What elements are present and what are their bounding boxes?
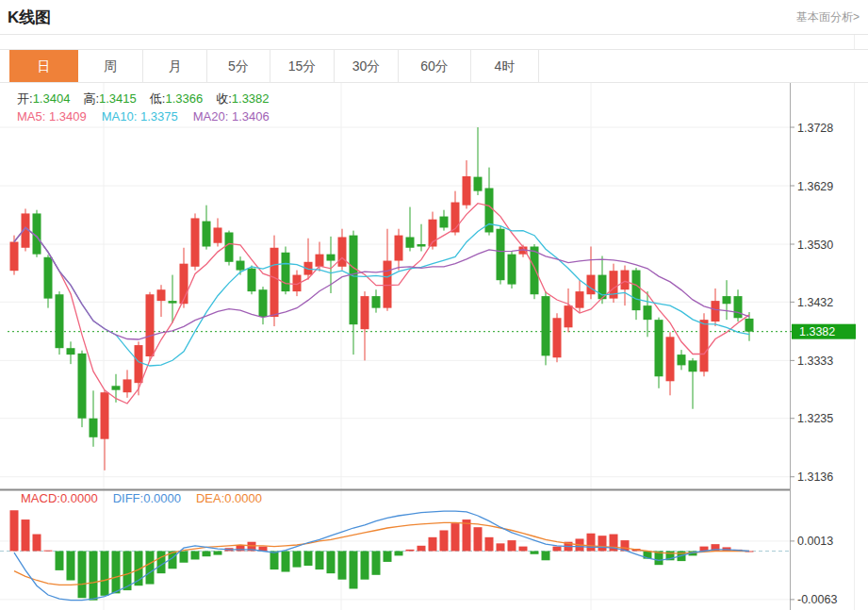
macd-bar (429, 537, 437, 552)
candle-body (474, 177, 483, 191)
candle-body (531, 247, 539, 295)
dea-value-readout: DEA:0.0000 (196, 491, 262, 505)
tab-interval-5[interactable]: 15分 (270, 50, 335, 82)
tab-interval-2[interactable]: 周 (78, 50, 143, 82)
macd-bar (519, 547, 528, 552)
tab-interval-8[interactable]: 4时 (471, 50, 539, 82)
candle-body (327, 255, 336, 261)
candle-body (135, 345, 143, 383)
macd-bar (90, 552, 98, 601)
candle-body (666, 337, 675, 381)
macd-bar (406, 550, 415, 552)
candle-body (576, 291, 584, 308)
candle-body (565, 305, 573, 327)
macd-bar (451, 523, 460, 551)
candle-body (745, 319, 754, 332)
candle-body (734, 296, 743, 318)
candle-body (157, 289, 166, 301)
candle-body (632, 271, 641, 311)
candle-body (123, 379, 132, 392)
candle-body (712, 301, 720, 321)
axis-tick-label: 1.3629 (797, 180, 833, 193)
open-label: 开: (17, 91, 33, 106)
candle-body (270, 248, 279, 317)
candle-body (542, 296, 550, 355)
macd-bar (270, 552, 279, 570)
candle-body (655, 320, 663, 376)
macd-bar (33, 535, 41, 552)
kline-page: 1.37281.36291.35301.34321.33331.32351.31… (0, 0, 868, 610)
candle-body (146, 294, 155, 356)
candle-body (678, 354, 686, 365)
macd-bar (587, 534, 596, 552)
candle-body (44, 257, 53, 299)
header: K线图 基本面分析> (0, 0, 868, 35)
macd-bar (316, 552, 324, 570)
macd-bar (44, 551, 53, 552)
candle-body (169, 301, 177, 304)
candle-body (259, 289, 268, 317)
candle-body (621, 271, 630, 290)
macd-bar (22, 519, 30, 551)
axis-tick-label: 1.3728 (797, 122, 833, 135)
candle-body (10, 241, 19, 271)
macd-bar (78, 552, 87, 599)
axis-labels: 1.37281.36291.35301.34321.33331.32351.31… (790, 122, 837, 607)
macd-bar (180, 552, 188, 563)
candle-body (225, 232, 234, 261)
macd-bar (304, 552, 313, 567)
macd-bar (293, 552, 302, 568)
candle-body (644, 305, 652, 320)
page-title: K线图 (8, 7, 51, 28)
fundamental-analysis-link[interactable]: 基本面分析> (796, 9, 860, 25)
macd-bar (553, 547, 562, 552)
candle-body (248, 269, 256, 291)
tab-interval-3[interactable]: 月 (143, 50, 207, 82)
macd-bar (203, 552, 211, 557)
tab-interval-4[interactable]: 5分 (207, 50, 270, 82)
close-value: 1.3382 (232, 91, 270, 106)
axis-tick-label: 0.0013 (797, 535, 833, 548)
macd-bar (485, 537, 494, 552)
macd-bar (56, 552, 64, 570)
ma10-readout: MA10: 1.3375 (102, 109, 178, 124)
candle-body (112, 386, 121, 389)
candle-body (372, 296, 381, 308)
candle-body (463, 176, 471, 206)
low-label: 低: (150, 91, 166, 106)
axis-tick-label: 1.3136 (797, 470, 833, 484)
close-label: 收: (216, 91, 232, 106)
candle-body (418, 244, 426, 247)
candle-body (689, 360, 697, 371)
macd-bar (112, 552, 121, 594)
interval-tabs: 日周月5分15分30分60分4时 (9, 50, 539, 82)
macd-bar (497, 543, 505, 551)
diff-value-readout: DIFF:0.0000 (113, 491, 181, 505)
candle-body (214, 227, 222, 242)
macd-bar (474, 527, 483, 551)
macd-bar (531, 552, 539, 554)
candle-body (203, 222, 211, 247)
high-label: 高: (83, 91, 99, 106)
macd-bar (350, 552, 358, 589)
candle-body (56, 294, 64, 348)
macd-bar (67, 552, 75, 581)
candle-body (508, 255, 516, 285)
macd-bar (440, 530, 449, 551)
tab-interval-6[interactable]: 30分 (335, 50, 399, 82)
candle-body (361, 296, 369, 329)
ma5-readout: MA5: 1.3409 (17, 109, 87, 124)
tab-interval-7[interactable]: 60分 (399, 50, 471, 82)
axis-tick-label: 1.3432 (797, 296, 833, 309)
candle-body (700, 320, 709, 371)
macd-bar (214, 552, 222, 555)
candle-body (78, 354, 87, 419)
macd-bar (157, 552, 166, 574)
tab-interval-1[interactable]: 日 (9, 50, 78, 82)
macd-bar (191, 552, 200, 560)
candle-body (406, 237, 415, 247)
macd-bar (338, 552, 347, 580)
axis-tick-label: 1.3235 (797, 412, 833, 425)
candle-body (282, 253, 290, 291)
candle-body (587, 275, 596, 295)
